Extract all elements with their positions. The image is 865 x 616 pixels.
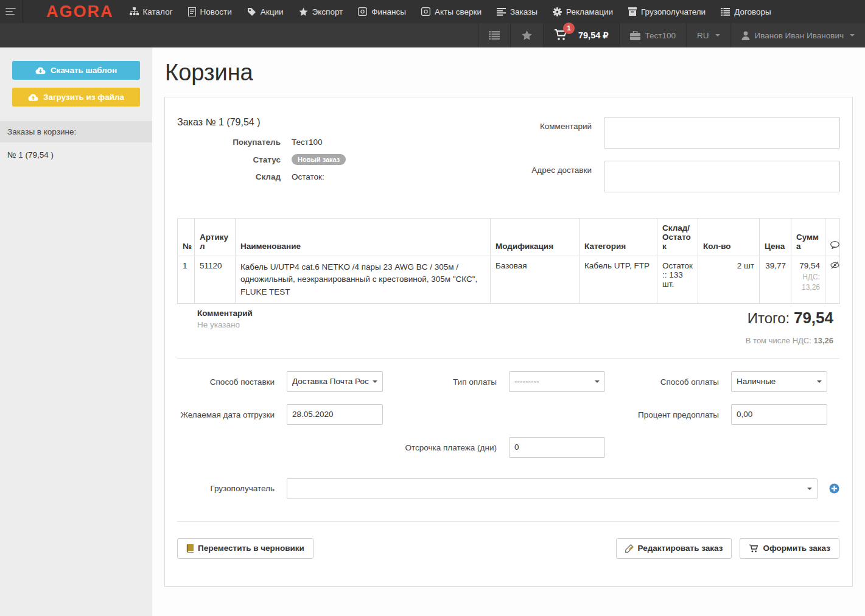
total-label: Итого:	[748, 310, 790, 326]
edit-icon	[625, 544, 634, 553]
cloud-upload-icon	[28, 93, 38, 101]
col-comment	[825, 219, 840, 256]
consignee-select[interactable]	[287, 478, 818, 499]
nav-item-export[interactable]: Экспорт	[299, 7, 343, 16]
user-name: Иванов Иван Иванович	[755, 31, 844, 40]
payment-type-label: Тип оплаты	[399, 371, 509, 392]
payment-deferral-label: Отсрочка платежа (дни)	[399, 437, 509, 458]
archive-icon	[628, 7, 637, 16]
order-comment-value: Не указано	[197, 320, 746, 329]
col-price[interactable]: Цена	[760, 219, 791, 256]
payment-method-label: Способ оплаты	[622, 371, 731, 392]
company-name: Тест100	[645, 31, 676, 40]
col-sku: Артикул	[195, 219, 236, 256]
delivery-address-label: Адрес доставки	[500, 161, 592, 192]
orders-in-cart-header: Заказы в корзине:	[0, 121, 152, 142]
download-template-button[interactable]: Скачать шаблон	[12, 61, 140, 80]
order-summary: Комментарий Не указано Итого: 79,54 В то…	[177, 304, 839, 359]
order-panel: Заказ № 1 (79,54 ) Покупатель Тест100 Ст…	[164, 97, 853, 587]
order-comment-label: Комментарий	[197, 309, 746, 318]
sitemap-icon	[130, 7, 139, 16]
table-row: 1 51120 Кабель U/UTP4 cat.6 NETKO /4 пар…	[178, 256, 840, 304]
cell-modification: Базовая	[491, 256, 580, 304]
cart-button[interactable]: 1 79,54 ₽	[543, 23, 619, 47]
page-title: Корзина	[165, 60, 865, 86]
language-code: RU	[697, 31, 709, 40]
eye-slash-icon	[830, 261, 839, 269]
buyer-value: Тест100	[292, 138, 322, 147]
order-list-icon	[497, 8, 506, 16]
cell-sku: 51120	[195, 256, 236, 304]
order-actions: Переместить в черновики Редактировать за…	[177, 538, 839, 559]
nav-item-finance[interactable]: Финансы	[358, 7, 406, 16]
sidebar-order-item[interactable]: № 1 (79,54 )	[0, 142, 152, 167]
nav-item-catalog[interactable]: Каталог	[130, 7, 173, 16]
book-icon	[186, 544, 194, 553]
cell-visibility[interactable]	[825, 256, 840, 304]
star-icon	[299, 7, 308, 16]
cell-num: 1	[178, 256, 195, 304]
status-badge: Новый заказ	[292, 154, 346, 165]
hamburger-icon	[5, 8, 16, 9]
user-menu[interactable]: Иванов Иван Иванович	[730, 23, 865, 47]
gear-icon	[553, 7, 562, 16]
comment-textarea[interactable]	[604, 117, 840, 149]
language-selector[interactable]: RU	[686, 23, 730, 47]
col-modification[interactable]: Модификация	[491, 219, 580, 256]
menu-toggle-button[interactable]	[0, 0, 23, 23]
chevron-down-icon	[850, 34, 855, 37]
cloud-download-icon	[35, 66, 46, 74]
upload-from-file-button[interactable]: Загрузить из файла	[12, 88, 140, 107]
chevron-down-icon	[817, 380, 822, 383]
nav-item-reconciliation[interactable]: Акты сверки	[421, 7, 482, 16]
total-value: 79,54	[794, 309, 833, 327]
payment-type-select[interactable]: ---------	[509, 371, 605, 392]
company-selector[interactable]: Тест100	[619, 23, 686, 47]
add-consignee-button[interactable]	[829, 483, 839, 494]
checkout-button[interactable]: Оформить заказ	[740, 538, 839, 559]
cell-category: Кабель UTP, FTP	[580, 256, 657, 304]
order-items-table: № Артикул Наименование Модификация Катег…	[177, 218, 840, 304]
buyer-label: Покупатель	[177, 138, 281, 147]
nav-item-news[interactable]: Новости	[188, 7, 232, 16]
payment-deferral-input[interactable]	[509, 437, 605, 458]
nav-item-consignees[interactable]: Грузополучатели	[628, 7, 706, 16]
panel-divider	[177, 521, 839, 522]
payment-method-select[interactable]: Наличные	[731, 371, 827, 392]
move-to-drafts-button[interactable]: Переместить в черновики	[177, 538, 313, 559]
order-form: Способ поставки Доставка Почта Рос Тип о…	[177, 371, 839, 499]
status-label: Статус	[177, 155, 281, 164]
edit-order-button[interactable]: Редактировать заказ	[616, 538, 732, 559]
delivery-address-textarea[interactable]	[604, 161, 840, 192]
prepayment-label: Процент предоплаты	[622, 404, 731, 425]
ship-date-input[interactable]	[287, 404, 383, 425]
col-qty[interactable]: Кол-во	[698, 219, 760, 256]
cell-stock: Остаток:: 133 шт.	[657, 256, 698, 304]
tag-icon	[247, 7, 256, 16]
order-title: Заказ № 1 (79,54 )	[177, 117, 500, 128]
col-category[interactable]: Категория	[580, 219, 657, 256]
nav-item-orders[interactable]: Заказы	[497, 7, 538, 16]
chevron-down-icon	[715, 34, 720, 37]
cell-price: 39,77	[760, 256, 791, 304]
news-icon	[188, 7, 196, 16]
col-num: №	[178, 219, 195, 256]
nav-item-claims[interactable]: Рекламации	[553, 7, 613, 16]
warehouse-value: Остаток:	[292, 172, 324, 181]
vat-total-value: 13,26	[813, 336, 833, 345]
favorites-button[interactable]	[510, 23, 543, 47]
cell-sum: 79,54 НДС: 13,26	[791, 256, 825, 304]
agora-logo[interactable]: AGORA	[23, 0, 130, 23]
chevron-down-icon	[807, 488, 812, 490]
delivery-method-select[interactable]: Доставка Почта Рос	[287, 371, 383, 392]
nav-item-contracts[interactable]: Договоры	[721, 7, 771, 16]
quick-list-button[interactable]	[478, 23, 510, 47]
prepayment-input[interactable]	[731, 404, 827, 425]
chevron-down-icon	[595, 380, 600, 383]
cart-count-badge: 1	[563, 23, 575, 34]
contracts-icon	[721, 8, 730, 16]
nav-item-promotions[interactable]: Акции	[247, 7, 284, 16]
col-name[interactable]: Наименование	[236, 219, 491, 256]
cell-qty: 2 шт	[698, 256, 760, 304]
cart-total: 79,54 ₽	[578, 30, 609, 40]
